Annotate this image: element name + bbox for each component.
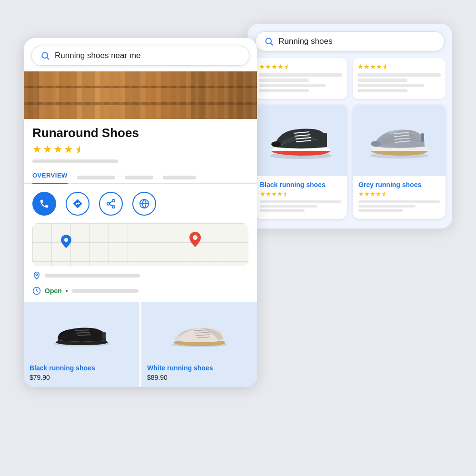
result-card-2[interactable]: ★★★★⯨ — [353, 58, 446, 99]
product-image-black — [30, 308, 134, 360]
shop-line-g2 — [358, 205, 416, 208]
organic-results: ★★★★⯨ ★★★★⯨ — [248, 51, 452, 99]
result-line-1c — [259, 84, 326, 87]
location-icon — [32, 271, 41, 280]
shopping-search-card: Running shoes ★★★★⯨ ★★★★⯨ — [248, 24, 452, 228]
product-card-black[interactable]: Black running shoes $79.90 — [24, 302, 139, 387]
shop-name-black: Black running shoes — [260, 181, 341, 188]
shop-card-img-grey — [353, 105, 446, 176]
product-name-black: Black running shoes — [30, 364, 134, 372]
result-line-1d — [259, 89, 309, 92]
right-search-bar[interactable]: Running shoes — [255, 31, 445, 51]
shop-card-black[interactable]: Black running shoes ★★★★⯨ — [254, 105, 347, 219]
result-stars-1: ★★★★⯨ — [259, 63, 342, 70]
svg-rect-44 — [323, 133, 327, 142]
open-status: Open — [45, 287, 62, 295]
tab-bar-3 — [163, 176, 196, 179]
shop-stars-grey: ★★★★⯨ — [358, 190, 440, 198]
store-info: Runaround Shoes ★★★★⯨ — [24, 119, 257, 163]
black-shoe-svg — [49, 317, 115, 351]
svg-line-21 — [109, 201, 112, 203]
tab-overview[interactable]: OVERVIEW — [32, 172, 68, 184]
result-line-2b — [357, 79, 407, 82]
hours-line — [72, 289, 139, 293]
shop-card-img-black — [254, 105, 347, 176]
store-name: Runaround Shoes — [32, 126, 248, 140]
shop-name-grey: Grey running shoes — [358, 181, 440, 188]
store-info-line — [32, 159, 118, 163]
svg-line-20 — [109, 204, 112, 206]
shop-stars-black: ★★★★⯨ — [260, 190, 341, 198]
products-row: Black running shoes $79.90 — [24, 302, 257, 387]
svg-point-17 — [112, 199, 115, 202]
shop-card-grey[interactable]: Grey running shoes ★★★★⯨ — [353, 105, 446, 219]
globe-icon — [139, 198, 149, 209]
hours-row: Open • — [24, 281, 257, 302]
address-row — [24, 266, 257, 281]
call-button[interactable] — [32, 192, 56, 216]
map-pin-location — [61, 235, 71, 251]
share-button[interactable] — [99, 192, 123, 216]
product-image-white — [147, 308, 251, 360]
svg-point-19 — [112, 206, 115, 208]
svg-line-1 — [47, 58, 49, 60]
result-line-2c — [357, 84, 424, 87]
shop-line-g3 — [358, 209, 403, 212]
product-name-white: White running shoes — [147, 364, 251, 372]
white-shoe-svg — [166, 317, 233, 351]
store-rating: ★★★★⯨ — [32, 143, 248, 156]
website-button[interactable] — [132, 192, 156, 216]
result-line-2d — [357, 89, 407, 92]
svg-point-39 — [271, 141, 281, 147]
result-line-1b — [259, 79, 309, 82]
shop-line-b3 — [260, 209, 305, 212]
svg-rect-51 — [421, 133, 424, 142]
result-line-1a — [259, 73, 342, 77]
product-price-black: $79.90 — [30, 374, 134, 381]
right-search-text: Running shoes — [278, 37, 332, 46]
svg-point-35 — [174, 336, 181, 341]
directions-icon — [72, 198, 83, 209]
svg-point-46 — [371, 141, 380, 147]
svg-line-37 — [271, 43, 273, 45]
action-buttons — [24, 184, 257, 223]
tabs-row: OVERVIEW — [24, 167, 257, 184]
share-icon — [106, 198, 116, 209]
phone-icon — [39, 198, 50, 209]
left-search-text: Running shoes near me — [55, 51, 141, 60]
product-card-white[interactable]: White running shoes $89.90 — [141, 302, 257, 387]
left-search-bar[interactable]: Running shoes near me — [31, 46, 249, 66]
store-image — [24, 71, 257, 119]
shop-grey-shoe-svg — [361, 117, 437, 164]
clock-icon — [32, 287, 41, 295]
svg-rect-29 — [102, 332, 106, 339]
result-line-2a — [357, 73, 441, 77]
map-area[interactable] — [32, 223, 248, 266]
result-stars-2: ★★★★⯨ — [357, 63, 441, 70]
directions-button[interactable] — [66, 192, 89, 216]
right-search-icon — [264, 37, 274, 46]
map-pin-store — [189, 232, 201, 250]
svg-point-18 — [107, 202, 110, 205]
search-icon — [40, 51, 50, 60]
tab-bar-2 — [125, 176, 153, 179]
shop-card-info-black: Black running shoes ★★★★⯨ — [254, 176, 347, 219]
shopping-results: Black running shoes ★★★★⯨ — [254, 105, 446, 219]
tab-bar-1 — [77, 176, 115, 179]
open-dot: • — [66, 287, 68, 295]
shop-line-g1 — [358, 200, 440, 203]
shop-line-b1 — [260, 200, 341, 203]
product-price-white: $89.90 — [147, 374, 251, 381]
address-line — [45, 274, 140, 278]
shop-black-shoe-svg — [263, 117, 339, 164]
shop-line-b2 — [260, 205, 317, 208]
shop-card-info-grey: Grey running shoes ★★★★⯨ — [353, 176, 446, 219]
local-search-card: Running shoes near me — [24, 38, 257, 387]
result-card-1[interactable]: ★★★★⯨ — [254, 58, 347, 99]
